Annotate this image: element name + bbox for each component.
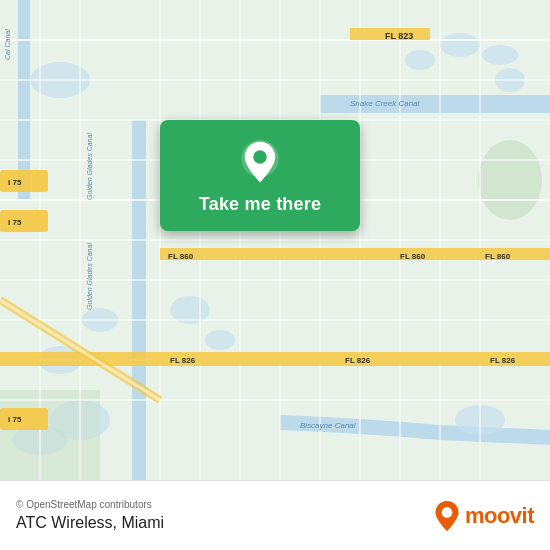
svg-text:Biscayne Canal: Biscayne Canal	[300, 421, 356, 430]
svg-point-63	[253, 150, 267, 164]
svg-text:FL 826: FL 826	[490, 356, 516, 365]
location-pin-icon	[238, 140, 282, 184]
svg-rect-17	[0, 390, 100, 480]
svg-text:I 75: I 75	[8, 415, 22, 424]
svg-text:Golden Glades Canal: Golden Glades Canal	[86, 133, 93, 200]
location-card: Take me there	[160, 120, 360, 231]
svg-rect-2	[132, 120, 146, 480]
svg-text:Snake Creek Canal: Snake Creek Canal	[350, 99, 420, 108]
svg-point-9	[405, 50, 435, 70]
svg-point-15	[205, 330, 235, 350]
svg-text:FL 860: FL 860	[168, 252, 194, 261]
svg-text:FL 826: FL 826	[170, 356, 196, 365]
svg-text:FL 860: FL 860	[485, 252, 511, 261]
svg-point-64	[442, 507, 453, 518]
svg-text:I 75: I 75	[8, 218, 22, 227]
svg-point-10	[440, 33, 480, 57]
bottom-bar: © OpenStreetMap contributors ATC Wireles…	[0, 480, 550, 550]
svg-text:Cal Canal: Cal Canal	[4, 29, 11, 60]
svg-point-11	[482, 45, 518, 65]
svg-text:FL 823: FL 823	[385, 31, 413, 41]
moovit-logo: moovit	[433, 500, 534, 532]
svg-text:Golden Glades Canal: Golden Glades Canal	[86, 243, 93, 310]
moovit-pin-icon	[433, 500, 461, 532]
bottom-left: © OpenStreetMap contributors ATC Wireles…	[16, 499, 164, 532]
map-attribution: © OpenStreetMap contributors	[16, 499, 164, 510]
svg-text:FL 826: FL 826	[345, 356, 371, 365]
svg-text:FL 860: FL 860	[400, 252, 426, 261]
take-me-there-button[interactable]: Take me there	[199, 194, 321, 215]
moovit-brand-text: moovit	[465, 503, 534, 529]
svg-text:I 75: I 75	[8, 178, 22, 187]
svg-point-16	[478, 140, 542, 220]
location-name: ATC Wireless, Miami	[16, 514, 164, 532]
map-container: FL 823 FL 860 FL 860 FL 860 FL 826 FL 82…	[0, 0, 550, 480]
